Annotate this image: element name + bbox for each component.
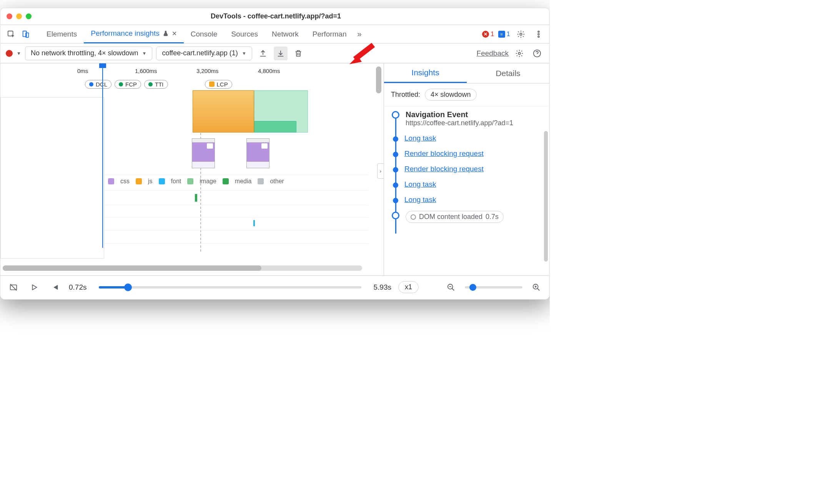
- device-toggle-icon[interactable]: [19, 27, 33, 41]
- tab-console[interactable]: Console: [184, 25, 225, 43]
- zoom-slider[interactable]: [465, 286, 522, 288]
- chevron-down-icon: ▼: [142, 51, 147, 56]
- marker-dcl[interactable]: DCL: [85, 80, 111, 89]
- timeline-block-layout2[interactable]: [254, 121, 296, 133]
- insights-toolbar: ▼ No network throttling, 4× slowdown ▼ c…: [0, 43, 549, 63]
- settings-gear-icon[interactable]: [514, 27, 528, 41]
- feedback-link[interactable]: Feedback: [477, 49, 509, 58]
- svg-point-5: [538, 33, 539, 35]
- tab-sources[interactable]: Sources: [224, 25, 265, 43]
- insight-link[interactable]: Render blocking request: [404, 165, 484, 173]
- tab-network[interactable]: Network: [265, 25, 306, 43]
- sidetab-insights[interactable]: Insights: [384, 63, 467, 83]
- tab-performance-insights[interactable]: Performance insights ✕: [84, 25, 183, 43]
- time-tick: 3,200ms: [196, 68, 219, 74]
- dot-icon: [148, 82, 153, 86]
- insight-link[interactable]: Long task: [404, 196, 436, 204]
- marker-fcp[interactable]: FCP: [115, 80, 141, 89]
- insight-dcl[interactable]: DOM content loaded 0.7s: [392, 211, 542, 223]
- svg-point-3: [520, 33, 522, 35]
- sidepanel-collapse-icon[interactable]: ›: [377, 163, 384, 179]
- recording-select[interactable]: coffee-cart.netlify.app (1) ▼: [156, 46, 252, 60]
- zoom-window-button[interactable]: [26, 13, 32, 19]
- dot-icon: [119, 82, 123, 86]
- network-bar-media[interactable]: [195, 194, 197, 202]
- insight-long-task[interactable]: Long task: [392, 196, 542, 204]
- network-bar-font[interactable]: [253, 220, 255, 226]
- insight-link[interactable]: Long task: [404, 180, 436, 189]
- node-icon: [393, 198, 398, 203]
- insight-link[interactable]: Render blocking request: [404, 149, 484, 158]
- play-icon[interactable]: [27, 280, 41, 294]
- throttling-select[interactable]: No network throttling, 4× slowdown ▼: [25, 46, 153, 60]
- screenshot-thumb-2[interactable]: [246, 138, 269, 168]
- export-icon[interactable]: [256, 46, 270, 60]
- legend-chip-other: [258, 178, 264, 184]
- legend-chip-css: [108, 178, 114, 184]
- playback-slider[interactable]: [99, 286, 361, 288]
- dcl-pill[interactable]: DOM content loaded 0.7s: [406, 211, 504, 223]
- timeline-panel[interactable]: 0ms 1,600ms 3,200ms 4,800ms DCL FCP TTI …: [0, 63, 384, 275]
- zoom-out-icon[interactable]: [444, 280, 458, 294]
- throttled-label: Throttled:: [391, 91, 420, 99]
- panel-settings-icon[interactable]: [512, 46, 526, 60]
- tab-performance[interactable]: Performan: [306, 25, 354, 43]
- message-icon: ≡: [498, 31, 505, 38]
- rewind-icon[interactable]: [48, 280, 62, 294]
- message-badge[interactable]: ≡ 1: [498, 30, 510, 38]
- insight-long-task[interactable]: Long task: [392, 180, 542, 189]
- zoom-in-icon[interactable]: [529, 280, 543, 294]
- node-icon: [393, 167, 398, 172]
- dot-icon: [89, 82, 93, 86]
- throttled-pill[interactable]: 4× slowdown: [425, 89, 477, 101]
- minimize-window-button[interactable]: [16, 13, 22, 19]
- main-tabbar: Elements Performance insights ✕ Console …: [0, 25, 549, 43]
- disable-screenshots-icon[interactable]: [7, 280, 20, 294]
- insight-title: Navigation Event: [406, 110, 513, 119]
- vertical-scrollbar[interactable]: [376, 66, 381, 93]
- time-ruler: 0ms 1,600ms 3,200ms 4,800ms: [0, 63, 384, 78]
- marker-tti[interactable]: TTI: [144, 80, 168, 89]
- close-window-button[interactable]: [7, 13, 12, 19]
- sidepanel-scrollbar[interactable]: [544, 131, 548, 262]
- help-icon[interactable]: [530, 46, 544, 60]
- node-icon: [393, 136, 398, 142]
- panel-tabs: Elements Performance insights ✕ Console …: [40, 25, 481, 43]
- sidetab-details[interactable]: Details: [467, 63, 549, 83]
- insight-long-task[interactable]: Long task: [392, 134, 542, 143]
- insight-navigation[interactable]: Navigation Event https://coffee-cart.net…: [392, 110, 542, 127]
- svg-point-7: [518, 52, 521, 55]
- legend-chip-js: [136, 178, 142, 184]
- tabs-overflow-button[interactable]: »: [353, 30, 365, 38]
- record-dropdown-caret[interactable]: ▼: [17, 51, 21, 56]
- playhead[interactable]: [102, 63, 103, 248]
- marker-lcp[interactable]: LCP: [205, 80, 232, 89]
- playback-speed[interactable]: x1: [398, 281, 419, 293]
- annotation-arrow: [346, 42, 377, 67]
- close-tab-icon[interactable]: ✕: [172, 30, 177, 37]
- insight-render-blocking[interactable]: Render blocking request: [392, 149, 542, 158]
- node-icon: [392, 111, 399, 119]
- horizontal-scrollbar[interactable]: [3, 265, 362, 271]
- legend-chip-media: [223, 178, 229, 184]
- insight-render-blocking[interactable]: Render blocking request: [392, 165, 542, 173]
- time-tick: 0ms: [77, 68, 88, 74]
- node-icon: [393, 152, 398, 157]
- insight-link[interactable]: Long task: [404, 134, 436, 143]
- kebab-menu-icon[interactable]: [532, 27, 546, 41]
- inspect-element-icon[interactable]: [4, 27, 18, 41]
- svg-point-6: [538, 36, 539, 37]
- record-button[interactable]: [6, 50, 13, 57]
- timeline-block-lcp[interactable]: [193, 90, 254, 133]
- sidepanel-tabs: Insights Details: [384, 63, 549, 83]
- error-badge[interactable]: ✕ 1: [482, 30, 494, 38]
- node-icon: [392, 212, 399, 219]
- delete-icon[interactable]: [291, 46, 305, 60]
- tab-elements[interactable]: Elements: [40, 25, 84, 43]
- svg-point-4: [538, 31, 539, 32]
- time-tick: 4,800ms: [258, 68, 280, 74]
- playback-start-time: 0.72s: [69, 283, 86, 292]
- window-title: DevTools - coffee-cart.netlify.app/?ad=1: [32, 12, 520, 20]
- import-icon[interactable]: [274, 46, 288, 60]
- screenshot-thumb-1[interactable]: [192, 138, 215, 168]
